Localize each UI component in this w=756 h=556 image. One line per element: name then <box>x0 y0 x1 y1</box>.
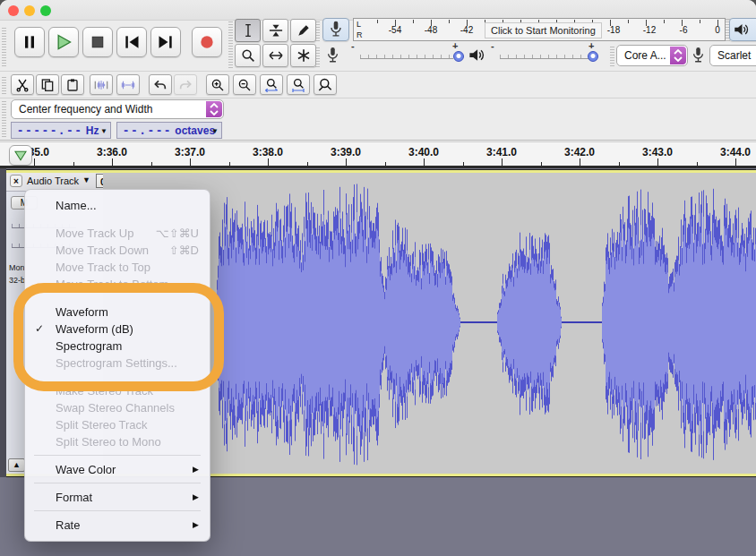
pause-icon <box>21 33 39 51</box>
submenu-arrow-icon: ▶ <box>193 517 199 534</box>
monitoring-hint[interactable]: Click to Start Monitoring <box>485 22 602 38</box>
trim-button[interactable] <box>90 74 113 95</box>
skip-start-button[interactable] <box>116 27 147 57</box>
menu-gap <box>25 214 210 225</box>
microphone-icon <box>329 21 343 38</box>
zoom-in-icon <box>210 78 226 92</box>
meter-left-label: L <box>357 20 361 29</box>
bandwidth-value: --.---octaves <box>123 124 215 137</box>
ruler-time-label: 3:39.0 <box>322 146 369 158</box>
spectral-preset-stepper[interactable] <box>206 101 222 117</box>
menu-shortcut: ⇧⌘D <box>169 242 199 259</box>
left-margin <box>0 168 6 477</box>
skip-start-icon <box>123 33 141 51</box>
timeline-ruler[interactable]: 3:35.03:36.03:37.03:38.03:39.03:40.03:41… <box>0 141 756 168</box>
menu-separator <box>25 450 210 461</box>
dropdown-arrow-icon[interactable]: ▼ <box>100 126 107 134</box>
silence-icon <box>121 78 136 92</box>
track-bitdepth-info: 32-b <box>9 276 25 285</box>
close-window-button[interactable] <box>8 5 19 16</box>
audio-host-stepper[interactable] <box>670 47 686 64</box>
playback-meter-button[interactable] <box>729 18 756 41</box>
menu-separator <box>25 506 210 517</box>
collapse-track-button[interactable]: ▲ <box>8 458 25 472</box>
zoom-toggle-button[interactable] <box>314 74 337 95</box>
play-icon <box>55 33 73 51</box>
time-shift-tool-button[interactable] <box>262 44 288 67</box>
multi-tool-icon <box>296 48 311 64</box>
center-frequency-value: -----.--Hz <box>17 124 99 137</box>
recording-meter[interactable]: L R -54-48-42-18-12-60 Click to Start Mo… <box>353 18 726 41</box>
track-menu-caret-icon[interactable]: ▼ <box>82 175 90 184</box>
trim-icon <box>94 78 109 92</box>
audio-host-combo[interactable]: Core A... <box>616 45 688 66</box>
menu-separator <box>25 478 210 489</box>
pause-button[interactable] <box>14 27 45 57</box>
annotation-highlight-ring <box>13 283 224 391</box>
menu-item-move-track-up: Move Track Up⌥⇧⌘U <box>25 225 210 242</box>
audio-host-value: Core A... <box>624 49 666 62</box>
cut-button[interactable] <box>11 74 34 95</box>
bandwidth-field[interactable]: --.---octaves ▼ <box>116 122 222 139</box>
stop-button[interactable] <box>82 27 113 57</box>
cut-icon <box>15 78 30 92</box>
zoom-window-button[interactable] <box>40 5 51 16</box>
meter-scale-label: -48 <box>425 25 437 35</box>
zoom-fit-button[interactable] <box>287 74 310 95</box>
paste-button[interactable] <box>61 74 84 95</box>
menu-item-name[interactable]: Name... <box>25 197 210 214</box>
pinned-play-head-button[interactable] <box>9 145 32 166</box>
draw-tool-button[interactable] <box>290 19 316 42</box>
output-volume-thumb[interactable] <box>588 51 598 62</box>
meter-scale-label: 0 <box>715 25 720 35</box>
draw-tool-icon <box>296 23 311 38</box>
output-slider-max-label: + <box>588 40 594 51</box>
silence-button[interactable] <box>116 74 140 95</box>
envelope-tool-icon <box>268 23 283 38</box>
input-slider-min-label: - <box>351 40 355 51</box>
minimize-window-button[interactable] <box>24 5 35 16</box>
input-volume-thumb[interactable] <box>453 51 464 62</box>
output-volume-speaker-icon <box>467 47 485 64</box>
dropdown-arrow-icon[interactable]: ▼ <box>211 126 219 134</box>
input-slider-max-label: + <box>452 40 458 51</box>
ruler-time-label: 3:43.0 <box>634 146 681 158</box>
menu-item-split-stereo-to-mono: Split Stereo to Mono <box>25 433 210 450</box>
output-slider-min-label: - <box>491 40 494 51</box>
stop-icon <box>89 33 107 51</box>
menu-item-format[interactable]: Format▶ <box>25 489 210 506</box>
undo-button[interactable] <box>149 74 172 95</box>
spectral-preset-combo[interactable]: Center frequency and Width <box>11 99 224 119</box>
track-title[interactable]: Audio Track <box>27 175 79 186</box>
multi-tool-button[interactable] <box>290 44 316 67</box>
recording-device-mic-icon <box>692 46 705 65</box>
zoom-fit-icon <box>291 78 306 92</box>
zoom-tool-icon <box>240 48 255 64</box>
output-volume-slider[interactable] <box>500 53 589 59</box>
menu-item-rate[interactable]: Rate▶ <box>25 517 210 534</box>
zoom-tool-button[interactable] <box>235 44 261 67</box>
close-track-button[interactable]: × <box>10 175 22 187</box>
zoom-out-button[interactable] <box>233 74 256 95</box>
redo-button[interactable] <box>174 74 197 95</box>
recording-device-combo[interactable]: Scarlet <box>709 45 756 66</box>
center-frequency-field[interactable]: -----.--Hz ▼ <box>11 122 111 139</box>
record-meter-button[interactable] <box>322 18 349 41</box>
copy-icon <box>40 78 56 92</box>
copy-button[interactable] <box>36 74 59 95</box>
menu-item-wave-color[interactable]: Wave Color▶ <box>25 461 210 478</box>
spectral-preset-value: Center frequency and Width <box>19 103 152 115</box>
ruler-time-label: 3:41.0 <box>478 146 525 158</box>
zoom-in-button[interactable] <box>206 74 229 95</box>
skip-end-button[interactable] <box>150 27 181 57</box>
submenu-arrow-icon: ▶ <box>193 461 199 478</box>
input-volume-slider[interactable] <box>360 53 453 59</box>
play-button[interactable] <box>48 27 79 57</box>
record-button[interactable] <box>192 27 222 57</box>
ruler-time-label: 3:44.0 <box>712 146 756 158</box>
envelope-tool-button[interactable] <box>262 19 288 42</box>
zoom-selection-button[interactable] <box>260 74 283 95</box>
meter-scale-label: -18 <box>607 25 620 35</box>
ruler-time-label: 3:36.0 <box>89 146 135 158</box>
selection-tool-button[interactable] <box>235 19 261 42</box>
